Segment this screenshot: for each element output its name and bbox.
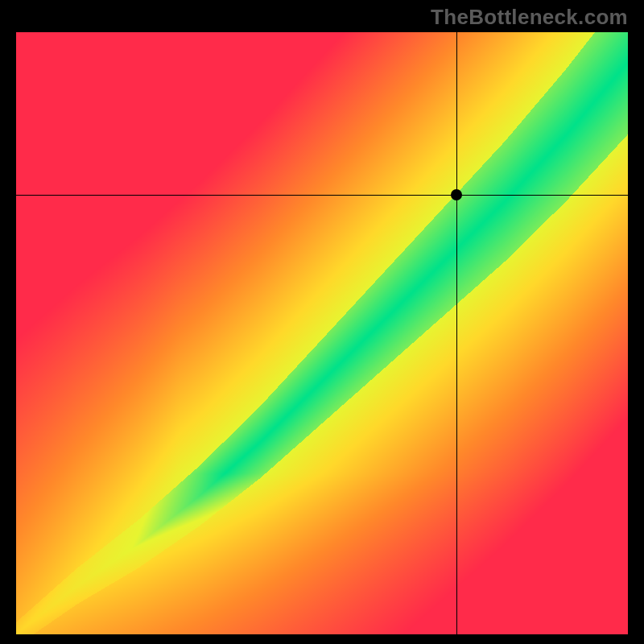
brand-watermark: TheBottleneck.com (431, 5, 628, 30)
heatmap-canvas (16, 32, 628, 634)
heatmap-plot (16, 32, 628, 634)
